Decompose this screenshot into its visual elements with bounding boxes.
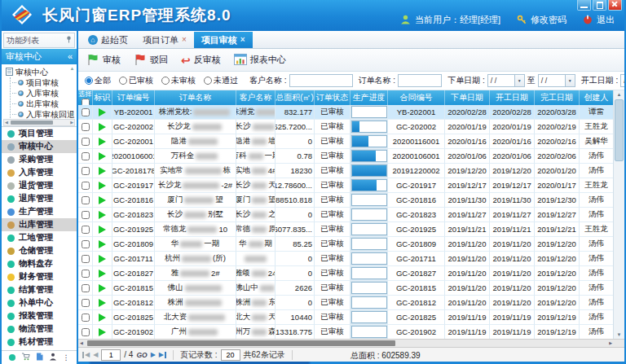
scrollbar-thumb[interactable] [11,121,53,125]
page-number-input[interactable] [101,349,121,361]
panel-header-audit-center[interactable]: 审核中心 « [2,49,77,64]
row-checkbox[interactable] [82,328,90,336]
row-checkbox[interactable] [82,108,90,116]
tree-item-入库审核回退[interactable]: 入库审核回退 [11,109,68,119]
table-row[interactable]: GC-201711杭州(所)0已审核GC-2017112019/11/20201… [78,252,614,266]
scrollbar-thumb[interactable] [87,340,395,346]
scrollbar-thumb[interactable] [615,99,624,161]
sidebar-item-退货管理[interactable]: 退货管理 [2,179,77,192]
scroll-left-icon[interactable]: ◀ [80,340,83,345]
close-tab-icon[interactable]: × [182,36,187,44]
close-tab-icon[interactable]: × [240,36,245,44]
column-header-10[interactable]: 开工日期 [490,90,535,105]
table-row[interactable]: YB-202001株洲党校:株洲党832.177已审核YB-2020012020… [78,105,614,120]
more-icon[interactable]: ⋮ [63,353,70,362]
table-row[interactable]: GC-201809华一期华期85.25已审核GC-2018092019/11/2… [78,237,614,252]
column-header-9[interactable]: 下单日期 [445,90,490,105]
table-row[interactable]: GC-201815佛山佛山中2626已审核GC-2018152019/11/20… [78,281,614,296]
sidebar-item-生产管理[interactable]: 生产管理 [2,205,77,218]
table-row[interactable]: GC-201902广州广州万森林13318.775已审核GC-201902201… [78,325,614,339]
sidebar-item-物流管理[interactable]: 物流管理 [2,322,77,335]
minimize-button[interactable] [577,0,591,11]
prev-page-icon[interactable]: ◀ [93,352,98,358]
person-icon[interactable] [49,353,57,362]
order-date-to-input[interactable]: / /▼ [538,74,575,87]
row-checkbox[interactable] [82,123,90,131]
sidebar-item-物料盘存[interactable]: 物料盘存 [2,257,77,270]
table-row[interactable]: GC-201816厦门望厦门望188510.818已审核GC-201816201… [78,193,614,208]
document-icon[interactable] [36,353,43,362]
sidebar-item-财务管理[interactable]: 财务管理 [2,270,77,283]
table-row[interactable]: 20200106001万科金万科一期0.78已审核202001060012020… [78,149,614,164]
radio-input[interactable] [85,77,93,85]
column-header-7[interactable]: 生产进度 [350,90,388,105]
tree-item-项目审核[interactable]: 项目审核 [11,77,68,88]
table-row[interactable]: GC-201823长沙别墅长沙之0已审核GC-2018232019/11/272… [78,208,614,222]
row-checkbox[interactable] [82,284,90,292]
sidebar-item-报装管理[interactable]: 报装管理 [2,309,77,322]
next-page-icon[interactable]: ▶ [151,352,156,358]
column-header-3[interactable]: 订单名称 [155,90,236,105]
scroll-right-icon[interactable]: ▶ [70,120,73,125]
row-checkbox[interactable] [82,226,90,234]
radio-unapproved[interactable]: 未审核 [161,75,196,86]
last-page-icon[interactable]: ▶ [159,352,166,358]
table-row[interactable]: GC-2018178实地常栋实地4#18230已审核20191220002201… [78,164,614,178]
scroll-right-icon[interactable]: ▶ [609,340,612,345]
cart-icon[interactable] [21,353,30,362]
customer-name-input[interactable] [289,74,353,87]
chevron-down-icon[interactable]: ▼ [565,75,575,86]
column-header-6[interactable]: 订单状态 [315,90,350,105]
row-checkbox[interactable] [82,255,90,263]
sidebar-item-耗材管理[interactable]: 耗材管理 [2,335,77,349]
unapprove-button[interactable]: ↩ 反审核 [181,54,221,66]
reject-button[interactable]: 驳回 [134,53,168,68]
order-date-from-input[interactable]: / /▼ [487,74,525,87]
table-row[interactable]: GC-201812株洲株洲东0已审核GC-2018122019/11/20201… [78,296,614,310]
collapse-icon[interactable]: « [68,52,73,61]
sidebar-horizontal-scrollbar[interactable]: ◀ ▶ [3,119,75,126]
column-header-5[interactable]: 总面积(㎡) [276,90,315,105]
column-header-8[interactable]: 合同编号 [388,90,445,105]
row-checkbox[interactable] [82,152,90,160]
close-button[interactable] [608,0,622,11]
row-checkbox[interactable] [82,167,90,175]
approve-button[interactable]: 审核 [86,53,121,68]
radio-input[interactable] [161,77,170,85]
scroll-left-icon[interactable]: ◀ [5,120,8,125]
column-header-12[interactable]: 创建人 [580,90,614,105]
order-name-input[interactable] [398,74,442,87]
row-checkbox[interactable] [82,196,90,204]
sidebar-item-项目管理[interactable]: 项目管理 [2,127,77,140]
row-checkbox[interactable] [82,138,90,146]
pin-icon[interactable] [66,36,72,45]
sidebar-item-结算管理[interactable]: 结算管理 [2,283,77,296]
column-header-11[interactable]: 完工日期 [535,90,580,105]
table-row[interactable]: GC-201925常德龙10常德原266077.835...已审核GC-2019… [78,222,614,237]
tree-item-出库审核[interactable]: 出库审核 [11,99,68,109]
row-checkbox[interactable] [82,270,90,278]
select-all-checkbox[interactable] [82,99,90,106]
sidebar-item-退库管理[interactable]: 退库管理 [2,192,77,205]
column-header-1[interactable]: 标识 [93,90,112,105]
table-row[interactable]: GC-201917长沙龙-2#长沙天8512.78600...已审核GC-201… [78,178,614,193]
row-checkbox[interactable] [82,211,90,219]
radio-input[interactable] [119,77,127,85]
tree-item-入库审核[interactable]: 入库审核 [11,88,68,99]
scroll-up-icon[interactable]: ▲ [70,66,75,71]
chevron-down-icon[interactable]: ▼ [514,75,524,86]
radio-failed[interactable]: 未通过 [204,75,238,86]
scroll-down-icon[interactable]: ▼ [70,112,75,117]
radio-approved[interactable]: 已审核 [119,75,153,86]
column-header-4[interactable]: 客户名称 [236,90,276,105]
radio-input[interactable] [204,77,212,85]
row-checkbox[interactable] [82,240,90,248]
sidebar-item-审核中心[interactable]: 审核中心 [2,140,77,153]
page-size-input[interactable] [221,349,240,361]
logout-link[interactable]: 退出 [597,14,615,26]
table-row[interactable]: GC-201827雅2#雅颂240已审核GC-2018272019/11/202… [78,266,614,281]
tab-project-orders[interactable]: 项目订单 × [135,32,194,48]
sidebar-item-工地管理[interactable]: 工地管理 [2,231,77,244]
maximize-button[interactable] [593,0,606,11]
sidebar-item-采购管理[interactable]: 采购管理 [2,153,77,166]
